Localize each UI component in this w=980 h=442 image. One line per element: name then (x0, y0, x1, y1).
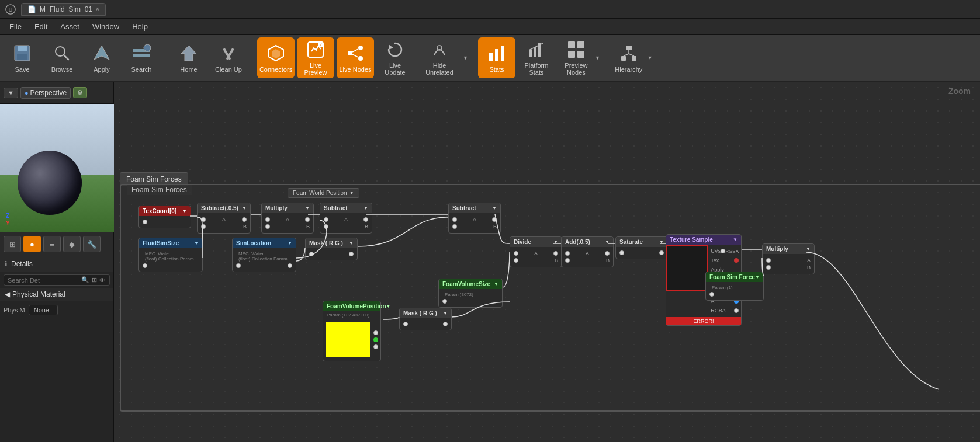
foam-world-pos-arrow[interactable]: ▼ (349, 190, 354, 196)
save-button[interactable]: Save (4, 37, 41, 78)
simlocation-arrow[interactable]: ▼ (288, 241, 292, 246)
foamvolsize-arrow[interactable]: ▼ (494, 281, 498, 287)
menu-window[interactable]: Window (86, 20, 125, 33)
file-tab[interactable]: 📄 M_Fluid_Sim_01 × (21, 3, 106, 16)
connectors-button[interactable]: Connectors (257, 37, 295, 78)
maskrg2-arrow[interactable]: ▼ (443, 311, 448, 316)
subtract2-arrow[interactable]: ▼ (363, 206, 368, 211)
foamvolpos-pins (371, 330, 378, 349)
details-search: 🔍 ⊞ 👁 (4, 274, 110, 286)
pin-b (265, 224, 270, 229)
add05-body: A B (562, 247, 613, 267)
add05-title: Add(.0.5) (565, 239, 590, 245)
apply-button[interactable]: Apply (83, 37, 120, 78)
node-saturate[interactable]: Saturate ▼ (615, 236, 668, 259)
menu-file[interactable]: File (4, 20, 27, 33)
browse-icon (51, 43, 72, 64)
node-simlocation[interactable]: SimLocation ▼ MPC_Water(float) Collectio… (232, 238, 296, 272)
node-multiply2[interactable]: Multiply ▼ A B (762, 243, 815, 274)
browse-button[interactable]: Browse (43, 37, 81, 78)
menu-asset[interactable]: Asset (54, 20, 85, 33)
node-subtract3[interactable]: Subtract ▼ A B (448, 203, 501, 234)
livenodes-button[interactable]: Live Nodes (337, 37, 374, 78)
yellow-preview (326, 322, 370, 357)
node-texcoord[interactable]: TexCoord[0] ▼ (138, 206, 191, 228)
hierarchy-dropdown[interactable]: ▼ (647, 55, 653, 61)
menu-edit[interactable]: Edit (29, 20, 53, 33)
node-fluidsimsize[interactable]: FluidSimSize ▼ MPC_Water(float) Collecti… (138, 238, 203, 272)
home-button[interactable]: Home (170, 37, 207, 78)
group-box: Foam Sim Forces Foam World Position ▼ Te… (120, 184, 980, 412)
multiply2-arrow[interactable]: ▼ (806, 246, 811, 252)
perspective-button[interactable]: ● Perspective (20, 87, 71, 99)
previewnodes-dropdown[interactable]: ▼ (595, 55, 600, 61)
node-foamvolpos[interactable]: FoamVolumePosition ▼ Param (132.437.0.0) (323, 301, 381, 361)
stats-button[interactable]: Stats (478, 37, 515, 78)
ts-rgba: RGBA (711, 308, 739, 314)
livepreview-button[interactable]: ✓ Live Preview (297, 37, 334, 78)
node-add05[interactable]: Add(.0.5) ▼ A B (561, 236, 614, 267)
node-maskrg2[interactable]: Mask ( R G ) ▼ (399, 308, 452, 330)
node-divide[interactable]: Divide ▼ A B (510, 236, 562, 267)
sat-row (619, 250, 664, 255)
multiply1-arrow[interactable]: ▼ (305, 206, 310, 211)
view-icon-4[interactable]: ◆ (63, 236, 81, 252)
subtract3-arrow[interactable]: ▼ (492, 206, 497, 211)
cleanup-button[interactable]: Clean Up (210, 37, 247, 78)
saturate-arrow[interactable]: ▼ (659, 239, 664, 245)
liveupdate-button[interactable]: Live Update (376, 37, 414, 78)
node-foamvolsize[interactable]: FoamVolumeSize ▼ Param (3072) (438, 279, 503, 308)
subtract1-arrow[interactable]: ▼ (242, 206, 247, 211)
view-mode-dropdown[interactable]: ▼ (4, 88, 18, 98)
phys-mat-header[interactable]: ◀ Physical Material (0, 288, 113, 301)
foamsimforce-title: Foam Sim Force (709, 274, 755, 280)
add05-arrow[interactable]: ▼ (605, 239, 610, 245)
fluidsimsize-pin (143, 263, 199, 268)
hideunrelated-dropdown[interactable]: ▼ (463, 55, 468, 61)
view-icon-3[interactable]: ≡ (43, 236, 61, 252)
hierarchy-button[interactable]: Hierarchy (610, 37, 647, 78)
node-multiply1[interactable]: Multiply ▼ A B (261, 203, 314, 234)
separator-1 (165, 40, 165, 75)
phys-mat-arrow: ◀ (5, 290, 10, 298)
tab-close-icon[interactable]: × (96, 6, 99, 12)
details-eye-icon[interactable]: 👁 (99, 277, 106, 284)
divide-header: Divide ▼ (510, 237, 562, 247)
view-settings-button[interactable]: ⚙ (73, 87, 87, 98)
divide-arrow[interactable]: ▼ (553, 239, 558, 245)
foam-world-pos-bar[interactable]: Foam World Position ▼ (288, 188, 359, 198)
menu-help[interactable]: Help (126, 20, 154, 33)
maskrg1-title: Mask ( R G ) (309, 240, 343, 246)
pin-a (265, 217, 270, 222)
div-b: B (514, 257, 558, 263)
details-view-toggle[interactable]: ⊞ (92, 276, 97, 284)
node-graph[interactable]: Zoom Foam Sim Forces Foam Sim Forces Foa… (114, 82, 980, 442)
maskrg1-arrow[interactable]: ▼ (349, 241, 354, 246)
svg-line-22 (352, 49, 358, 52)
texsample-arrow[interactable]: ▼ (733, 237, 737, 242)
fluidsimsize-arrow[interactable]: ▼ (194, 241, 199, 246)
platformstats-icon (526, 40, 547, 60)
s3-label-b: B (493, 224, 497, 229)
previewnodes-button[interactable]: Preview Nodes (557, 37, 595, 78)
node-foamsimforce[interactable]: Foam Sim Force ▼ Param (1) (705, 272, 764, 301)
hideunrelated-button[interactable]: Hide Unrelated (416, 37, 463, 78)
foamsimforce-arrow[interactable]: ▼ (755, 274, 760, 280)
view-icon-2[interactable]: ● (23, 236, 41, 252)
node-subtract1[interactable]: Subtract(.0.5) ▼ A B (197, 203, 251, 234)
view-controls: ▼ ● Perspective ⚙ (0, 82, 113, 104)
foamvolpos-arrow[interactable]: ▼ (386, 304, 391, 309)
platformstats-button[interactable]: Platform Stats (518, 37, 555, 78)
view-icon-1[interactable]: ⊞ (4, 236, 21, 252)
ts-tex-label: Tex (711, 257, 719, 263)
details-search-input[interactable] (8, 277, 79, 284)
search-button[interactable]: Search (123, 37, 160, 78)
phys-mat-value[interactable]: None (29, 305, 58, 315)
view-icon-5[interactable]: 🔧 (83, 236, 101, 252)
node-subtract2[interactable]: Subtract ▼ A B (320, 203, 372, 234)
node-maskrg1[interactable]: Mask ( R G ) ▼ (305, 238, 358, 260)
divide-title: Divide (514, 239, 531, 245)
multiply2-header: Multiply ▼ (763, 244, 814, 254)
texsample-header: Texture Sample ▼ (666, 235, 741, 245)
texcoord-arrow[interactable]: ▼ (182, 208, 187, 214)
